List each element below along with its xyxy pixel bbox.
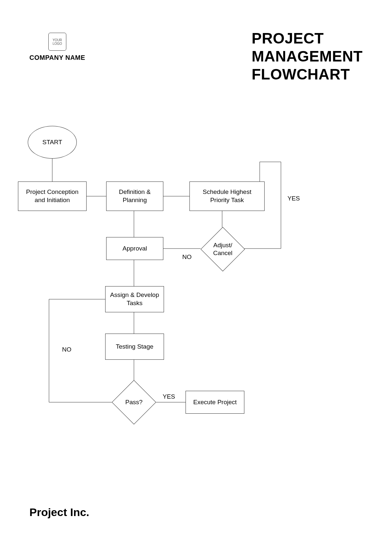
footer-company: Project Inc. — [29, 506, 89, 519]
title-line-3: FLOWCHART — [252, 65, 363, 83]
node-schedule: Schedule HighestPriority Task — [189, 181, 265, 211]
node-adjust-label: Adjust/Cancel — [201, 227, 245, 271]
node-pass-label: Pass? — [112, 380, 156, 424]
node-conception-label: Project Conceptionand Initiation — [26, 188, 79, 204]
node-conception: Project Conceptionand Initiation — [18, 181, 87, 211]
node-approval: Approval — [106, 237, 163, 260]
company-block: YOURLOGO COMPANY NAME — [29, 33, 85, 61]
header: YOURLOGO COMPANY NAME PROJECT MANAGEMENT… — [0, 29, 392, 84]
node-approval-label: Approval — [122, 245, 147, 253]
title-line-1: PROJECT — [252, 29, 363, 47]
node-schedule-label: Schedule HighestPriority Task — [203, 188, 252, 204]
title-line-2: MANAGEMENT — [252, 47, 363, 65]
node-assign: Assign & DevelopTasks — [105, 286, 164, 312]
node-start-label: START — [42, 138, 62, 147]
node-pass-decision: Pass? — [112, 380, 156, 424]
node-execute-label: Execute Project — [193, 398, 237, 406]
edge-pass-yes: YES — [163, 393, 175, 400]
node-testing: Testing Stage — [105, 334, 164, 360]
node-execute: Execute Project — [186, 391, 244, 414]
edge-pass-no: NO — [62, 346, 72, 353]
node-adjust-decision: Adjust/Cancel — [201, 227, 245, 271]
node-start: START — [28, 126, 77, 159]
page-title: PROJECT MANAGEMENT FLOWCHART — [252, 29, 363, 84]
node-testing-label: Testing Stage — [116, 343, 153, 351]
edge-adjust-no: NO — [182, 253, 192, 261]
node-assign-label: Assign & DevelopTasks — [110, 291, 159, 307]
company-name: COMPANY NAME — [29, 54, 85, 61]
logo-placeholder: YOURLOGO — [48, 33, 66, 51]
node-definition: Definition &Planning — [106, 181, 163, 211]
edge-adjust-yes: YES — [287, 195, 300, 202]
flow-connectors — [0, 111, 392, 487]
node-definition-label: Definition &Planning — [119, 188, 151, 204]
flowchart-canvas: START Project Conceptionand Initiation D… — [0, 111, 392, 487]
